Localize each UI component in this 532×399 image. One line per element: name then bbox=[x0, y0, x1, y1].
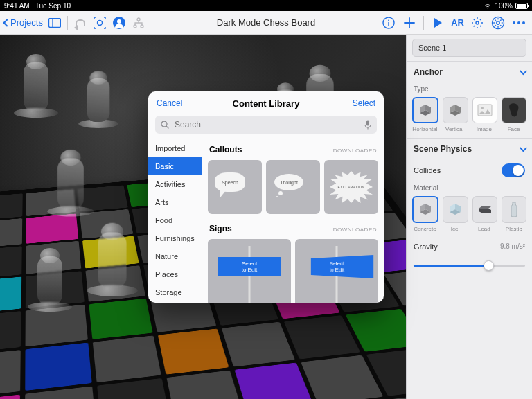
library-category-furnishings[interactable]: Furnishings bbox=[148, 229, 202, 247]
library-category-imported[interactable]: Imported bbox=[148, 139, 202, 157]
content-library-modal: Cancel Content Library Select ImportedBa… bbox=[148, 91, 384, 303]
search-input[interactable] bbox=[155, 116, 377, 134]
downloaded-badge: DOWNLOADED bbox=[333, 227, 377, 233]
library-item-sign-skew[interactable]: Selectto Edit bbox=[295, 239, 378, 303]
modal-cancel-button[interactable]: Cancel bbox=[157, 98, 182, 108]
library-category-storage[interactable]: Storage bbox=[148, 283, 202, 301]
library-item-sign-left[interactable]: Selectto Edit bbox=[208, 239, 291, 303]
library-category-arts[interactable]: Arts bbox=[148, 193, 202, 211]
library-content[interactable]: CalloutsDOWNLOADEDSpeechThoughtEXCLAMATI… bbox=[202, 139, 384, 303]
search-icon bbox=[161, 121, 169, 129]
library-category-list: ImportedBasicActivitiesArtsFoodFurnishin… bbox=[148, 139, 202, 303]
library-category-nature[interactable]: Nature bbox=[148, 247, 202, 265]
library-item-speech[interactable]: Speech bbox=[208, 160, 262, 214]
library-category-places[interactable]: Places bbox=[148, 265, 202, 283]
library-item-thought[interactable]: Thought bbox=[266, 160, 320, 214]
modal-title: Content Library bbox=[233, 98, 300, 109]
library-category-basic[interactable]: Basic bbox=[148, 157, 202, 175]
content-library-overlay: Cancel Content Library Select ImportedBa… bbox=[0, 0, 532, 399]
library-section-title: Signs bbox=[209, 224, 232, 233]
library-item-exclaim[interactable]: EXCLAMATION bbox=[324, 160, 378, 214]
microphone-icon[interactable] bbox=[364, 120, 371, 130]
svg-rect-41 bbox=[366, 121, 369, 126]
library-section-title: Callouts bbox=[209, 145, 242, 154]
library-category-activities[interactable]: Activities bbox=[148, 175, 202, 193]
modal-select-button[interactable]: Select bbox=[353, 98, 375, 108]
library-category-food[interactable]: Food bbox=[148, 211, 202, 229]
downloaded-badge: DOWNLOADED bbox=[333, 148, 377, 154]
svg-line-40 bbox=[166, 126, 168, 128]
